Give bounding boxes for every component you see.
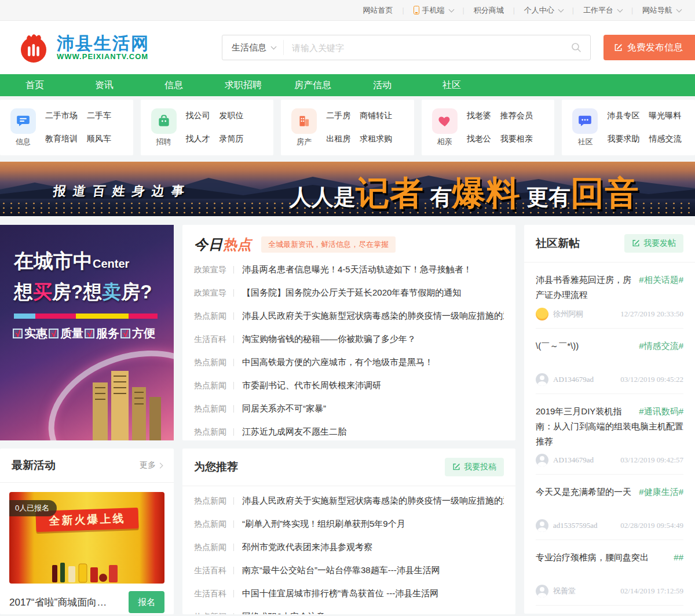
nav-item[interactable]: 信息	[139, 74, 209, 96]
quick-link-secondhand-car[interactable]: 二手车	[87, 111, 111, 121]
quick-link-rent-house[interactable]: 出租房	[326, 134, 350, 144]
hot-news-list: 政策宣导 沛县两名患者信息曝光！4-5天活动轨迹如下！急寻接触者！ 政策宣导 【…	[182, 262, 515, 440]
realestate-ad-banner[interactable]: 在城市中Center 想买房?想卖房? √实惠 √质量 √服务 √方便	[0, 225, 174, 440]
signup-button[interactable]: 报名	[129, 591, 164, 613]
quick-link-shop-transfer[interactable]: 商铺转让	[360, 111, 392, 121]
search-category-value: 生活信息	[232, 42, 266, 53]
quick-link-expose[interactable]: 曝光曝料	[649, 111, 681, 121]
post-topic-tag[interactable]: #情感交流#	[639, 338, 683, 353]
latest-activities-section: 最新活动 更多 全新火爆上线 0人已报名 2017“省啦”商城面向… 报名	[0, 449, 174, 614]
topbar-site-nav-link[interactable]: 网站导航	[641, 5, 682, 16]
news-row: 热点新闻 “刷单入刑”终实现！组织刷单获刑5年9个月	[194, 519, 504, 530]
quick-link-find-talent[interactable]: 找人才	[186, 134, 210, 144]
submit-article-button[interactable]: 我要投稿	[445, 458, 504, 476]
news-title-link[interactable]: 中国高铁最方便的六座城市，有个地级市是黑马！	[242, 357, 433, 368]
news-title-link[interactable]: 【国务院】国务院办公厅关于延长2020年春节假期的通知	[242, 287, 461, 298]
news-title-link[interactable]: 中国十佳宜居城市排行榜”青岛获首位 ---沛县生活网	[242, 588, 438, 599]
post-topic-tag[interactable]: ##	[674, 550, 683, 565]
divider: |	[513, 6, 515, 14]
quick-link-find-wife[interactable]: 找老婆	[467, 111, 491, 121]
quick-link-find-company[interactable]: 找公司	[186, 111, 210, 121]
quick-link-secondhand-house[interactable]: 二手房	[326, 111, 350, 121]
edit-icon	[614, 43, 623, 52]
news-category: 生活百科	[194, 566, 230, 576]
checkbox-icon: √	[49, 329, 58, 338]
nav-item[interactable]: 求职招聘	[209, 74, 278, 96]
quick-link-emotion-exchange[interactable]: 情感交流	[649, 134, 681, 144]
news-title-link[interactable]: 沛县人民政府关于实施新型冠状病毒感染的肺炎疫情一级响应措施的通告	[242, 495, 504, 506]
quick-link-recommend-member[interactable]: 推荐会员	[500, 111, 533, 121]
search-category-select[interactable]: 生活信息	[222, 42, 283, 53]
news-row: 政策宣导 沛县两名患者信息曝光！4-5天活动轨迹如下！急寻接触者！	[194, 264, 504, 275]
news-title-link[interactable]: 沛县人民政府关于实施新型冠状病毒感染的肺炎疫情一级响应措施的通告	[242, 311, 504, 322]
news-title-link[interactable]: 市委副书记、代市长周铁根来沛调研	[242, 380, 381, 391]
checkbox-icon: √	[120, 329, 130, 338]
community-post: #健康生活# 今天又是充满希望的一天 ad15357595ad 02/28/20…	[536, 475, 683, 540]
activity-title[interactable]: 2017“省啦”商城面向…	[9, 596, 124, 609]
news-title-link[interactable]: 江苏近九成网友不愿生二胎	[242, 427, 346, 438]
post-timestamp: 03/12/2019 09:45:22	[620, 375, 683, 384]
ad-color-bar	[14, 314, 158, 319]
quick-link-education[interactable]: 教育培训	[45, 134, 78, 144]
news-title-link[interactable]: “刷单入刑”终实现！组织刷单获刑5年9个月	[242, 519, 405, 530]
topbar-mobile-link[interactable]: 手机端	[412, 5, 455, 16]
search-icon[interactable]	[570, 42, 582, 53]
topbar-user-center-link[interactable]: 个人中心	[523, 5, 564, 16]
free-publish-button[interactable]: 免费发布信息	[603, 35, 695, 60]
recommend-title: 为您推荐	[194, 460, 238, 475]
checkbox-icon: √	[13, 329, 23, 338]
chevron-down-icon	[448, 6, 454, 12]
nav-item[interactable]: 房产信息	[278, 74, 348, 96]
activities-more-link[interactable]: 更多	[140, 460, 162, 471]
topbar-home-link[interactable]: 网站首页	[361, 5, 394, 16]
nav-item[interactable]: 社区	[417, 74, 487, 96]
post-title-link[interactable]: 沛县书香雅苑回迁房，房产证办理流程	[536, 275, 631, 300]
post-title-link[interactable]: 今天又是充满希望的一天	[536, 487, 631, 497]
banner-text-orange: 回音	[570, 174, 639, 212]
chevron-down-icon	[676, 6, 682, 12]
quick-link-secondhand-market[interactable]: 二手市场	[45, 111, 78, 121]
quick-card-label: 相亲	[437, 137, 452, 147]
nav-item[interactable]: 资讯	[70, 74, 139, 96]
main-nav: 首页资讯信息求职招聘房产信息活动社区	[0, 74, 695, 96]
quick-link-peixian-zone[interactable]: 沛县专区	[607, 111, 639, 121]
quick-link-post-job[interactable]: 发职位	[220, 111, 244, 121]
avatar	[536, 373, 548, 386]
quick-link-seek-rent-buy[interactable]: 求租求购	[360, 134, 392, 144]
quick-link-want-dating[interactable]: 我要相亲	[500, 134, 533, 144]
nav-item[interactable]: 首页	[0, 74, 70, 96]
quick-link-find-husband[interactable]: 找老公	[467, 134, 491, 144]
checkbox-icon: √	[85, 329, 94, 338]
new-post-button[interactable]: 我要发帖	[624, 234, 683, 253]
post-title-link[interactable]: 专业治疗颈椎病，腰间盘突出	[536, 552, 649, 562]
news-row: 生活百科 淘宝购物省钱的秘籍——你被欺骗了多少年？	[194, 334, 504, 345]
quick-link-submit-resume[interactable]: 录简历	[220, 134, 244, 144]
view-more-link[interactable]: 查看更多	[524, 606, 695, 614]
news-title-link[interactable]: 邳州市党政代表团来沛县参观考察	[242, 542, 372, 553]
post-topic-tag[interactable]: #通讯数码#	[639, 404, 683, 419]
nav-item[interactable]: 活动	[348, 74, 417, 96]
divider: |	[631, 6, 633, 14]
post-timestamp: 12/27/2019 20:33:50	[620, 309, 683, 319]
news-title-link[interactable]: 南京“最牛公交站台”一站台停靠38趟车---沛县生活网	[242, 565, 440, 576]
community-post: ## 专业治疗颈椎病，腰间盘突出 祝善堂 02/14/2019 17:12:59	[536, 540, 683, 606]
news-title-link[interactable]: 同居关系亦不可“家暴”	[242, 403, 326, 414]
topbar-work-platform-link[interactable]: 工作平台	[582, 5, 623, 16]
post-timestamp: 03/12/2019 09:42:57	[620, 455, 683, 465]
post-topic-tag[interactable]: #相关话题#	[639, 272, 683, 287]
news-title-link[interactable]: 淘宝购物省钱的秘籍——你被欺骗了多少年？	[242, 334, 416, 345]
post-topic-tag[interactable]: #健康生活#	[639, 484, 683, 500]
quick-link-seek-help[interactable]: 我要求助	[607, 134, 639, 144]
activity-promo-image[interactable]: 全新火爆上线 0人已报名	[9, 492, 164, 584]
topbar-points-mall-link[interactable]: 积分商城	[473, 5, 505, 16]
news-title-link[interactable]: 沛县两名患者信息曝光！4-5天活动轨迹如下！急寻接触者！	[242, 264, 472, 275]
site-logo[interactable]: 沛县生活网 WWW.PEIXIANTV.COM	[17, 31, 149, 64]
reporter-banner[interactable]: 报道百姓身边事 人人是记者 有爆料 更有回音	[0, 162, 695, 216]
news-row: 热点新闻 网络求职6大安全注意	[194, 611, 504, 614]
divider: |	[402, 6, 404, 14]
quick-link-carpool[interactable]: 顺风车	[87, 134, 111, 144]
banner-text-orange: 记者	[356, 174, 424, 212]
news-title-link[interactable]: 网络求职6大安全注意	[242, 611, 325, 614]
search-input[interactable]	[284, 43, 570, 53]
post-title-link[interactable]: \(￣～￣*\))	[536, 341, 579, 351]
